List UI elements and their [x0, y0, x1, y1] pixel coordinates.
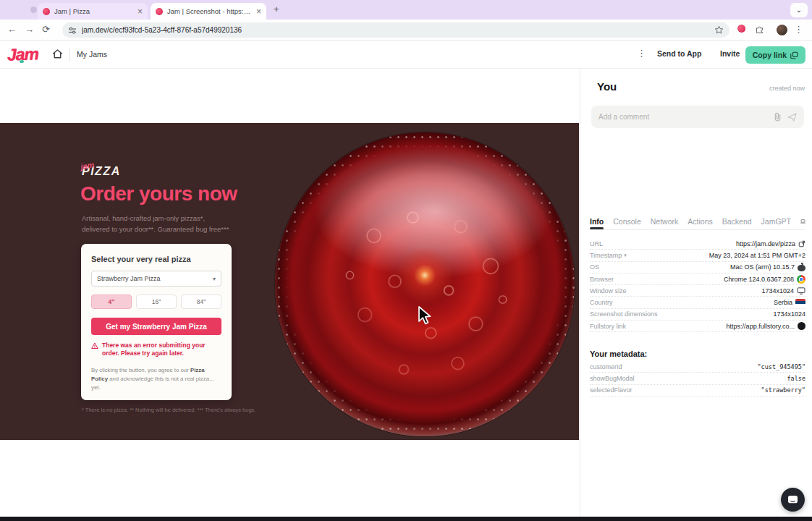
info-label: Browser [590, 276, 614, 283]
browser-tab-strip: Jam | Pizza × Jam | Screenshot - https:/… [0, 0, 812, 20]
size-options: 4" 16" 84" [91, 295, 221, 309]
policy-post: and acknowledge this is not a real pizza… [91, 376, 213, 391]
browser-tab-screenshot[interactable]: Jam | Screenshot - https://j... × [151, 3, 266, 20]
info-label: Screenshot dimensions [590, 310, 658, 318]
site-settings-icon[interactable] [68, 26, 77, 35]
author-name: You [597, 80, 617, 93]
pizza-order-card: Select your very real pizza Strawberry J… [81, 244, 232, 400]
attachment-paperclip-icon[interactable] [774, 112, 782, 122]
size-button-4[interactable]: 4" [91, 295, 132, 309]
info-row-browser: Browser Chrome 124.0.6367.208 [590, 274, 805, 285]
pizza-subtext: Artisanal, hand-crafted jam-only pizzas*… [82, 213, 229, 234]
pizza-subtext-line1: Artisanal, hand-crafted jam-only pizzas*… [82, 214, 205, 222]
chat-widget-button[interactable] [781, 488, 805, 512]
copy-icon [790, 51, 798, 59]
order-card-title: Select your very real pizza [91, 255, 221, 263]
tab-title: Jam | Screenshot - https://j... [167, 7, 252, 15]
info-row-country: Country Serbia [590, 297, 805, 308]
jam-extension-icon[interactable] [737, 25, 745, 33]
info-label: URL [590, 240, 603, 247]
created-time: created now [769, 85, 805, 92]
tab-network[interactable]: Network [651, 217, 679, 229]
screen-bottom-edge [0, 517, 812, 521]
send-to-app-button[interactable]: Send to App [657, 49, 701, 58]
info-row-url: URL https://jam.dev/pizza [590, 238, 805, 250]
metadata-value: "strawberry" [761, 386, 805, 394]
info-value-link[interactable]: https://jam.dev/pizza [736, 240, 805, 247]
tab-search-chevron-button[interactable]: ⌄ [790, 3, 808, 17]
forward-icon[interactable]: → [25, 24, 34, 35]
monitor-icon [797, 287, 805, 295]
new-tab-button[interactable]: + [274, 4, 279, 14]
bookmark-star-icon[interactable] [714, 25, 724, 35]
open-external-icon[interactable] [798, 240, 805, 247]
nav-my-jams[interactable]: My Jams [77, 50, 107, 59]
jam-sidebar: You created now Add a comment Info Conso… [580, 69, 812, 521]
size-button-16[interactable]: 16" [136, 295, 177, 309]
info-value: Mac OS (arm) 10.15.7 [730, 263, 795, 271]
info-value: May 23, 2024 at 1:51 PM GMT+2 [709, 252, 805, 259]
home-icon[interactable] [51, 48, 64, 60]
chrome-icon [797, 275, 805, 284]
copy-link-label: Copy link [753, 51, 787, 59]
tab-info[interactable]: Info [590, 217, 604, 229]
extensions-puzzle-icon[interactable] [755, 25, 764, 34]
back-icon[interactable]: ← [7, 24, 17, 35]
metadata-title: Your metadata: [590, 350, 647, 358]
tab-backend[interactable]: Backend [722, 217, 752, 229]
jam-favicon-icon [43, 8, 50, 15]
metadata-row-showbugmodal: showBugModal false [590, 373, 805, 384]
reload-icon[interactable]: ⟳ [42, 24, 50, 35]
tab-actions[interactable]: Actions [688, 217, 712, 229]
info-label: Fullstory link [590, 323, 626, 330]
tab-jamgpt[interactable]: JamGPT [761, 217, 791, 229]
info-label: Timestamp [590, 252, 622, 259]
info-label: OS [590, 263, 599, 271]
device-laptop-icon[interactable] [800, 217, 805, 226]
captured-screenshot[interactable]: jam PIZZA Order yours now Artisanal, han… [0, 123, 579, 440]
pizza-subtext-line2: delivered to your door**. Guaranteed bug… [82, 225, 229, 233]
send-icon[interactable] [787, 113, 797, 122]
address-bar[interactable]: jam.dev/c/ecf93fcd-5a23-4cff-876f-a57d49… [62, 22, 729, 38]
serbia-flag-icon [795, 299, 805, 306]
info-value: Serbia [774, 299, 792, 306]
order-error-message: There was an error submitting your order… [91, 342, 221, 358]
jam-pizza-image [275, 132, 575, 436]
pizza-site-logo: jam PIZZA [82, 159, 121, 178]
mouse-cursor [416, 305, 434, 326]
size-button-84[interactable]: 84" [181, 295, 221, 309]
browser-tab-pizza[interactable]: Jam | Pizza × [38, 3, 148, 20]
jam-options-kebab-icon[interactable]: ⋮ [637, 48, 646, 59]
tab-close-icon[interactable]: × [256, 7, 261, 16]
comment-input[interactable]: Add a comment [591, 106, 804, 128]
metadata-row-customerid: customerId "cust_945495" [590, 361, 805, 373]
browser-profile-avatar[interactable] [777, 25, 787, 35]
flavor-select[interactable]: Strawberry Jam Pizza ▾ [91, 271, 221, 287]
info-label: Window size [590, 287, 627, 295]
comment-placeholder: Add a comment [599, 113, 768, 121]
info-row-os: OS Mac OS (arm) 10.15.7 [590, 262, 805, 274]
info-row-screenshot-dimensions: Screenshot dimensions 1734x1024 [590, 309, 805, 321]
browser-menu-kebab-icon[interactable]: ⋮ [794, 24, 803, 35]
tab-close-icon[interactable]: × [138, 7, 143, 16]
timestamp-label-toggle[interactable]: Timestamp ▾ [590, 252, 627, 259]
fullstory-icon [798, 322, 805, 330]
author-row: You created now [597, 80, 805, 93]
metadata-value: false [787, 375, 805, 382]
policy-text: By clicking the button, you agree to our… [91, 366, 221, 392]
invite-button[interactable]: Invite [720, 49, 740, 58]
metadata-key: showBugModal [590, 375, 635, 382]
policy-pre: By clicking the button, you agree to our [91, 367, 190, 373]
order-cta-button[interactable]: Get my Strawberry Jam Pizza [91, 318, 221, 335]
pizza-heading: Order yours now [80, 182, 237, 206]
copy-link-button[interactable]: Copy link [745, 46, 805, 64]
info-label: Country [590, 299, 613, 306]
fullstory-link[interactable]: https://app.fullstory.co... [727, 322, 805, 330]
window-close-button[interactable] [30, 7, 37, 13]
info-row-window-size: Window size 1734x1024 [590, 285, 805, 297]
url-text[interactable]: jam.dev/c/ecf93fcd-5a23-4cff-876f-a57d49… [82, 26, 709, 34]
chat-bubble-icon [787, 495, 798, 505]
tab-console[interactable]: Console [613, 217, 641, 229]
metadata-value: "cust_945495" [757, 363, 805, 370]
devtools-tabs: Info Console Network Actions Backend Jam… [590, 213, 805, 230]
